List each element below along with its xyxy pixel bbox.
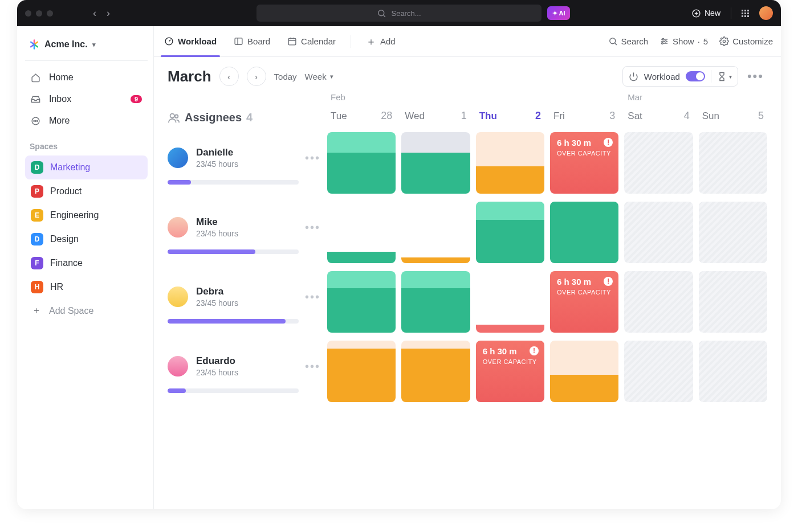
tab-add[interactable]: ＋ Add xyxy=(364,26,398,56)
spaces-header: Spaces xyxy=(25,132,148,155)
more-actions[interactable]: ••• xyxy=(744,69,767,84)
tab-show[interactable]: Show · 5 xyxy=(659,36,708,46)
plus-icon: ＋ xyxy=(366,35,376,48)
workload-cell[interactable]: ! 6 h 30 m OVER CAPACITY xyxy=(550,271,618,333)
workload-cell[interactable] xyxy=(327,202,396,263)
tab-board[interactable]: Board xyxy=(231,26,272,56)
tab-search[interactable]: Search xyxy=(608,36,649,46)
traffic-max[interactable] xyxy=(47,10,53,17)
space-finance[interactable]: FFinance xyxy=(25,251,148,275)
svg-line-23 xyxy=(614,43,616,45)
space-hr[interactable]: HHR xyxy=(25,275,148,299)
month-title: March xyxy=(168,68,211,85)
space-badge: F xyxy=(31,257,43,269)
person-name: Danielle xyxy=(196,147,238,158)
capacity-bar xyxy=(168,319,299,324)
row-more-icon[interactable]: ••• xyxy=(305,152,327,165)
hourglass-dropdown[interactable]: ▾ xyxy=(717,72,732,81)
workload-cell[interactable] xyxy=(550,341,618,402)
workload-cell[interactable] xyxy=(401,341,470,402)
workload-cell[interactable] xyxy=(624,341,693,402)
sidebar: Acme Inc. ▾ Home Inbox 9 More Spaces DMa… xyxy=(17,26,154,509)
workload-cell[interactable] xyxy=(624,271,693,333)
apps-icon[interactable] xyxy=(742,10,749,17)
workload-cell[interactable] xyxy=(624,132,693,194)
traffic-min[interactable] xyxy=(36,10,42,17)
space-product[interactable]: PProduct xyxy=(25,179,148,203)
workload-cell[interactable] xyxy=(401,202,470,263)
workload-cell[interactable] xyxy=(550,202,618,263)
workload-toggle[interactable] xyxy=(686,71,705,81)
forward-icon[interactable]: › xyxy=(107,7,110,19)
sidebar-home[interactable]: Home xyxy=(25,67,148,88)
prev-button[interactable]: ‹ xyxy=(219,67,239,86)
workload-cell[interactable] xyxy=(699,132,767,194)
day-header: Wed1 xyxy=(401,92,470,124)
workload-cell[interactable] xyxy=(699,341,767,402)
avatar[interactable] xyxy=(168,217,188,238)
workload-cell[interactable]: ! 6 h 30 m OVER CAPACITY xyxy=(550,132,618,194)
workload-cell[interactable] xyxy=(624,202,693,263)
sidebar-inbox[interactable]: Inbox 9 xyxy=(25,88,148,110)
people-icon xyxy=(168,112,180,124)
svg-rect-18 xyxy=(288,39,296,45)
space-marketing[interactable]: DMarketing xyxy=(25,155,148,179)
row-more-icon[interactable]: ••• xyxy=(305,360,327,373)
workload-cell[interactable] xyxy=(699,271,767,333)
workload-cell[interactable] xyxy=(401,132,470,194)
day-header: MarSat4 xyxy=(624,92,693,124)
svg-rect-16 xyxy=(235,38,242,44)
back-icon[interactable]: ‹ xyxy=(93,7,96,19)
capacity-bar xyxy=(168,180,299,185)
power-icon xyxy=(629,72,638,81)
tab-workload[interactable]: Workload xyxy=(162,26,219,56)
ai-button[interactable]: ✦ AI xyxy=(547,6,570,20)
sidebar-more[interactable]: More xyxy=(25,110,148,132)
plus-circle-icon xyxy=(691,9,701,18)
workload-cell[interactable] xyxy=(401,271,470,333)
user-avatar[interactable] xyxy=(759,6,773,20)
tab-customize[interactable]: Customize xyxy=(719,36,773,46)
workload-cell[interactable] xyxy=(327,341,396,402)
workload-toolbar: March ‹ › Today Week ▾ Workload xyxy=(154,57,781,92)
svg-point-12 xyxy=(34,120,34,121)
window-controls xyxy=(25,10,53,17)
sparkle-icon: ✦ xyxy=(552,10,557,17)
workspace-name: Acme Inc. xyxy=(44,39,88,50)
next-button[interactable]: › xyxy=(247,67,266,86)
workload-cell[interactable]: ! 6 h 30 m OVER CAPACITY xyxy=(476,341,544,402)
gauge-icon xyxy=(164,36,174,46)
history-nav: ‹ › xyxy=(93,7,110,19)
row-more-icon[interactable]: ••• xyxy=(305,221,327,234)
workload-cell[interactable] xyxy=(476,271,544,333)
workload-cell[interactable] xyxy=(699,202,767,263)
avatar[interactable] xyxy=(168,287,188,307)
gear-icon xyxy=(719,36,729,46)
avatar[interactable] xyxy=(168,148,188,168)
svg-point-32 xyxy=(170,113,174,117)
alert-icon: ! xyxy=(530,346,539,355)
workload-row: Danielle 23/45 hours ••• ! 6 h 30 m OVER… xyxy=(168,132,767,194)
range-dropdown[interactable]: Week ▾ xyxy=(305,72,333,81)
traffic-close[interactable] xyxy=(25,10,31,17)
day-header: Sun5 xyxy=(699,92,767,124)
tab-calendar[interactable]: Calendar xyxy=(285,26,338,56)
today-button[interactable]: Today xyxy=(274,72,297,81)
space-engineering[interactable]: EEngineering xyxy=(25,203,148,227)
avatar[interactable] xyxy=(168,356,188,377)
space-design[interactable]: DDesign xyxy=(25,227,148,251)
row-more-icon[interactable]: ••• xyxy=(305,290,327,304)
workspace-switcher[interactable]: Acme Inc. ▾ xyxy=(25,34,148,61)
view-tabs: Workload Board Calendar ＋ Add xyxy=(154,26,781,57)
workload-cell[interactable] xyxy=(476,132,544,194)
svg-point-13 xyxy=(35,120,36,121)
workload-row: Debra 23/45 hours ••• ! 6 h 30 m OVER CA… xyxy=(168,271,767,333)
workload-cell[interactable] xyxy=(327,132,396,194)
svg-point-30 xyxy=(723,40,726,42)
global-search[interactable]: Search... xyxy=(256,5,542,22)
add-space-button[interactable]: ＋ Add Space xyxy=(25,299,148,322)
workload-row: Mike 23/45 hours ••• xyxy=(168,202,767,263)
workload-cell[interactable] xyxy=(476,202,544,263)
workload-cell[interactable] xyxy=(327,271,396,333)
new-button[interactable]: New xyxy=(691,9,720,18)
